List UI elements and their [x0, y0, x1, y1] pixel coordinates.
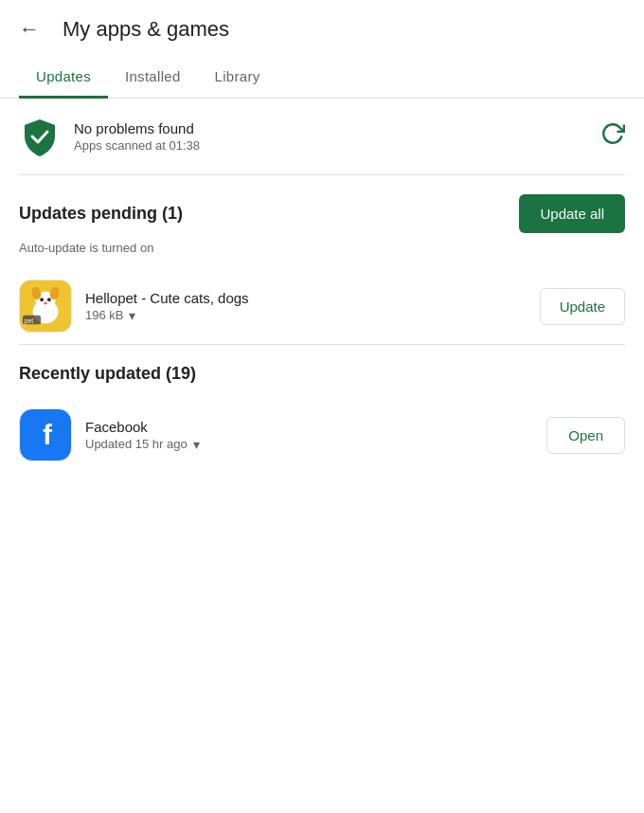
security-text: No problems found Apps scanned at 01:38: [74, 120, 591, 153]
facebook-name: Facebook: [85, 419, 331, 435]
security-subtitle: Apps scanned at 01:38: [74, 138, 591, 153]
hellopet-update-button[interactable]: Update: [540, 288, 625, 325]
svg-text:pet: pet: [25, 317, 34, 325]
svg-point-7: [44, 302, 47, 305]
facebook-f-letter: f: [43, 421, 52, 449]
tab-library[interactable]: Library: [198, 55, 277, 99]
refresh-button[interactable]: [600, 121, 625, 152]
svg-point-5: [40, 298, 44, 301]
updates-pending-subtitle: Auto-update is turned on: [0, 239, 644, 268]
security-banner: No problems found Apps scanned at 01:38: [0, 99, 644, 174]
svg-point-6: [47, 298, 51, 301]
recently-updated-header: Recently updated (19): [0, 345, 644, 397]
back-icon: ←: [19, 17, 40, 42]
hellopet-name: Hellopet - Cute cats, dogs: [85, 290, 331, 306]
facebook-meta: Updated 15 hr ago ▾: [85, 437, 546, 452]
shield-icon: [19, 116, 61, 157]
update-all-button[interactable]: Update all: [519, 194, 625, 233]
facebook-info: Facebook Updated 15 hr ago ▾: [85, 419, 546, 452]
tabs-bar: Updates Installed Library: [0, 55, 644, 99]
hellopet-expand-icon[interactable]: ▾: [129, 308, 135, 323]
app-item-facebook: f Facebook Updated 15 hr ago ▾ Open: [0, 397, 644, 473]
facebook-expand-icon[interactable]: ▾: [193, 437, 200, 452]
recently-updated-title: Recently updated (19): [19, 364, 625, 384]
tab-installed[interactable]: Installed: [108, 55, 198, 99]
updates-pending-header: Updates pending (1) Update all: [0, 175, 644, 239]
hellopet-size: 196 kB: [85, 308, 123, 322]
back-button[interactable]: ←: [19, 17, 40, 42]
hellopet-meta: 196 kB ▾: [85, 308, 540, 323]
tab-updates[interactable]: Updates: [19, 55, 108, 99]
header: ← My apps & games: [0, 0, 644, 55]
updates-pending-title: Updates pending (1): [19, 204, 183, 224]
page-title: My apps & games: [63, 17, 229, 42]
hellopet-info: Hellopet - Cute cats, dogs 196 kB ▾: [85, 290, 540, 323]
app-item-hellopet: pet Hellopet - Cute cats, dogs 196 kB ▾ …: [0, 268, 644, 344]
facebook-updated-time: Updated 15 hr ago: [85, 437, 188, 451]
security-title: No problems found: [74, 120, 591, 136]
facebook-icon: f: [19, 408, 72, 461]
facebook-open-button[interactable]: Open: [546, 417, 625, 454]
hellopet-icon: pet: [19, 280, 72, 333]
